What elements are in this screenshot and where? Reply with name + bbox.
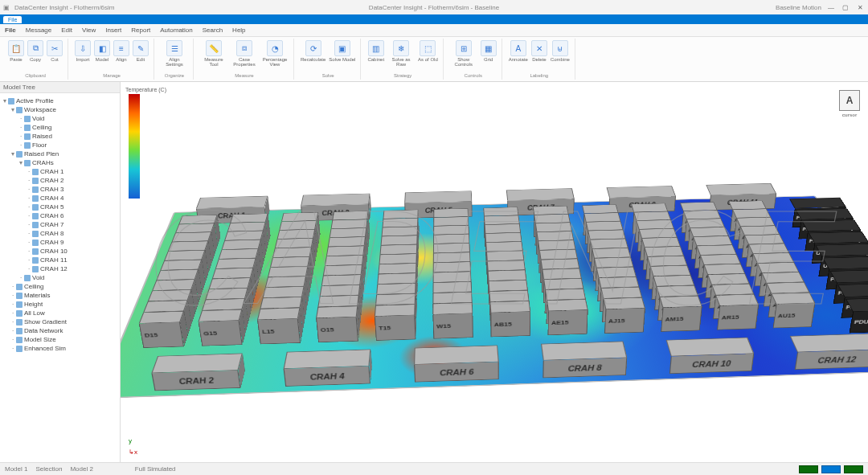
tree-node-ceiling[interactable]: ·Ceiling: [2, 123, 118, 132]
tree-node-enhanced-sim[interactable]: ·Enhanced Sim: [2, 344, 118, 353]
ribbon-button-measure-tool[interactable]: 📏Measure Tool: [200, 40, 227, 67]
rack-ae15[interactable]: AE15: [547, 299, 588, 311]
tree-node-crah-6[interactable]: ·CRAH 6: [2, 211, 118, 220]
tree-node-crah-7[interactable]: ·CRAH 7: [2, 220, 118, 229]
rack-w5[interactable]: W5: [433, 208, 469, 217]
rack-l13[interactable]: L13: [263, 286, 305, 298]
tree-node-crah-12[interactable]: ·CRAH 12: [2, 264, 118, 273]
tree-node-materials[interactable]: ·Materials: [2, 291, 118, 300]
tree-node-crahs[interactable]: ▾CRAHs: [2, 158, 118, 167]
file-tab[interactable]: File: [3, 16, 22, 23]
rack-aj13[interactable]: AJ13: [598, 276, 639, 288]
ribbon-tab-help[interactable]: Help: [232, 27, 245, 34]
rack-o5[interactable]: O5: [332, 211, 368, 220]
rack-w7[interactable]: W7: [433, 225, 469, 235]
rack-ae7[interactable]: AE7: [535, 223, 572, 232]
tree-node-crah-4[interactable]: ·CRAH 4: [2, 194, 118, 203]
rack-ab13[interactable]: AB13: [489, 280, 528, 291]
crah-11[interactable]: CRAH 11: [706, 183, 776, 195]
rack-o12[interactable]: O12: [321, 275, 362, 286]
ribbon-button-import[interactable]: ⇩Import: [75, 40, 91, 62]
rack-ab6[interactable]: AB6: [484, 215, 520, 225]
tree-node-raised[interactable]: ·Raised: [2, 132, 118, 141]
rack-ae12[interactable]: AE12: [542, 268, 581, 280]
rack-l7[interactable]: L7: [277, 229, 316, 239]
rack-d6[interactable]: D6: [175, 223, 215, 233]
pdu-pdu-03b[interactable]: PDU 03B: [830, 269, 868, 283]
rack-aj5[interactable]: AJ5: [582, 204, 618, 213]
rack-aj10[interactable]: AJ10: [592, 248, 631, 258]
rack-ar13[interactable]: AR13: [707, 273, 750, 285]
rack-ab9[interactable]: AB9: [485, 241, 523, 252]
rack-t9[interactable]: T9: [380, 244, 418, 255]
rack-l15[interactable]: L15: [257, 308, 301, 320]
rack-ae6[interactable]: AE6: [534, 214, 570, 223]
crah-5[interactable]: CRAH 5: [404, 190, 472, 203]
rack-t12[interactable]: T12: [377, 273, 416, 285]
rack-t11[interactable]: T11: [378, 263, 416, 274]
ribbon-button-edit[interactable]: ✎Edit: [133, 40, 149, 62]
rack-am9[interactable]: AM9: [641, 237, 681, 248]
tree-node-active-profile[interactable]: ▾Active Profile: [2, 96, 118, 105]
tree-node-ceiling[interactable]: ·Ceiling: [2, 282, 118, 291]
tree-node-crah-2[interactable]: ·CRAH 2: [2, 176, 118, 185]
rack-t14[interactable]: T14: [375, 293, 416, 305]
rack-d11[interactable]: D11: [156, 269, 199, 280]
rack-w11[interactable]: W11: [433, 261, 471, 272]
ribbon-button-recalculate[interactable]: ⟳Recalculate: [301, 40, 326, 62]
rack-l10[interactable]: L10: [270, 256, 310, 267]
rack-au5[interactable]: AU5: [728, 201, 766, 210]
tree-node-all-low[interactable]: ·All Low: [2, 309, 118, 317]
rack-ar9[interactable]: AR9: [693, 235, 732, 246]
rack-g8[interactable]: G8: [221, 240, 260, 250]
rack-au8[interactable]: AU8: [740, 226, 780, 235]
ribbon-button-model[interactable]: ◧Model: [94, 40, 110, 62]
rack-d13[interactable]: D13: [148, 289, 192, 301]
rack-au9[interactable]: AU9: [744, 235, 784, 244]
tree-node-height[interactable]: ·Height: [2, 300, 118, 309]
rack-l14[interactable]: L14: [260, 297, 302, 309]
model-tree[interactable]: ▾Active Profile▾Workspace·Void·Ceiling·R…: [0, 93, 120, 356]
crah-7[interactable]: CRAH 7: [506, 188, 575, 200]
rack-au14[interactable]: AU14: [766, 282, 809, 293]
rack-ae10[interactable]: AE10: [539, 249, 578, 260]
tree-node-show-gradient[interactable]: ·Show Gradient: [2, 317, 118, 326]
rack-ae5[interactable]: AE5: [533, 206, 569, 215]
pdu-pdu-03a[interactable]: PDU 03A: [822, 256, 868, 269]
rack-ab14[interactable]: AB14: [489, 290, 529, 302]
ribbon-button-cabinet[interactable]: ▥Cabinet: [367, 40, 384, 67]
tree-node-crah-3[interactable]: ·CRAH 3: [2, 185, 118, 194]
rack-ae11[interactable]: AE11: [541, 259, 580, 269]
rack-ae13[interactable]: AE13: [543, 278, 583, 289]
close-button[interactable]: ✕: [855, 4, 865, 11]
rack-am14[interactable]: AM14: [656, 285, 698, 297]
rack-g9[interactable]: G9: [219, 248, 259, 259]
ribbon-tab-search[interactable]: Search: [203, 27, 223, 34]
rack-ab5[interactable]: AB5: [483, 207, 518, 216]
ribbon-tab-insert[interactable]: Insert: [105, 27, 121, 34]
rack-o11[interactable]: O11: [323, 264, 362, 276]
rack-d10[interactable]: D10: [160, 260, 202, 270]
rack-ae8[interactable]: AE8: [536, 231, 574, 241]
rack-ae9[interactable]: AE9: [538, 240, 575, 251]
ribbon-button-as-of-old[interactable]: ⬚As of Old: [418, 40, 438, 67]
tree-node-void[interactable]: ·Void: [2, 273, 118, 282]
crah-8[interactable]: CRAH 8: [541, 342, 627, 361]
rack-ab11[interactable]: AB11: [487, 260, 526, 271]
rack-t13[interactable]: T13: [376, 283, 416, 294]
tree-node-crah-9[interactable]: ·CRAH 9: [2, 238, 118, 247]
status-tab-selection[interactable]: Selection: [35, 465, 62, 473]
rack-aj14[interactable]: AJ14: [600, 287, 642, 299]
ribbon-button-cut[interactable]: ✂Cut: [47, 40, 63, 62]
ribbon-tab-view[interactable]: View: [82, 27, 96, 34]
ribbon-button-align[interactable]: ≡Align: [113, 40, 129, 62]
rack-o14[interactable]: O14: [317, 295, 358, 307]
maximize-button[interactable]: ▢: [841, 4, 850, 11]
rack-au7[interactable]: AU7: [736, 217, 776, 227]
rack-w9[interactable]: W9: [433, 243, 470, 253]
rack-g6[interactable]: G6: [227, 222, 266, 231]
rack-aj12[interactable]: AJ12: [596, 267, 637, 278]
rack-g10[interactable]: G10: [215, 258, 256, 268]
rack-ar8[interactable]: AR8: [690, 227, 729, 236]
rack-d8[interactable]: D8: [168, 241, 208, 252]
